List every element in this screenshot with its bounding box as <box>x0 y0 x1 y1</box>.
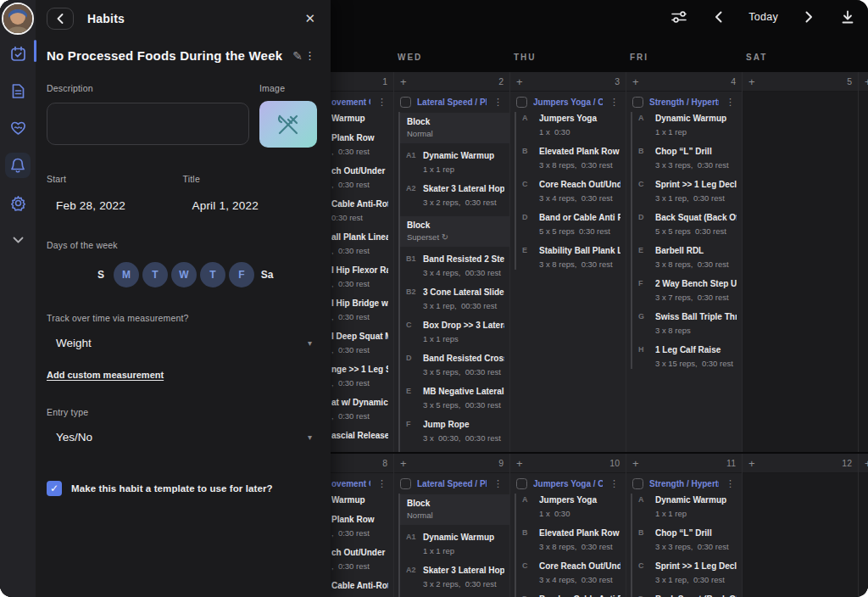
chevron-left-icon[interactable] <box>709 8 726 25</box>
workout-checkbox[interactable] <box>516 478 527 489</box>
workout-title-link[interactable]: ovement Q... <box>331 479 370 488</box>
exercise-row[interactable]: ADynamic Warmup1 x 1 rep <box>632 113 742 137</box>
exercise-row[interactable]: DBand or Cable Anti Rotati...5 x 5 reps … <box>516 212 626 237</box>
exercise-row[interactable]: A1Dynamic Warmup1 x 1 rep <box>400 532 509 556</box>
kebab-menu-icon[interactable]: ⋮ <box>609 97 620 108</box>
edit-pencil-icon[interactable]: ✎ <box>292 49 303 63</box>
start-date-value[interactable]: Feb 28, 2022 <box>47 199 183 212</box>
exercise-row[interactable]: ADynamic Warmup1 x 1 rep <box>632 494 742 519</box>
exercise-row[interactable]: BChop “L” Drill3 x 3 reps, 0:30 rest <box>632 527 742 552</box>
exercise-row[interactable]: EBarbell RDL3 x 8 reps, 0:30 rest <box>632 245 742 270</box>
exercise-row[interactable]: FJump Rope3 x 00:30, 00:30 rest <box>400 419 509 444</box>
add-event-icon[interactable]: + <box>632 76 639 87</box>
exercise-row[interactable]: BChop “L” Drill3 x 3 reps, 0:30 rest <box>632 146 742 170</box>
back-button[interactable] <box>47 8 74 30</box>
download-icon[interactable] <box>839 8 856 25</box>
filter-sliders-icon[interactable] <box>670 8 687 25</box>
add-event-icon[interactable]: + <box>748 458 755 469</box>
kebab-menu-icon[interactable]: ⋮ <box>304 49 315 62</box>
kebab-menu-icon[interactable]: ⋮ <box>492 97 504 108</box>
template-checkbox[interactable]: ✓ <box>47 481 62 496</box>
chevron-down-icon[interactable] <box>5 227 31 253</box>
exercise-letter: B2 <box>406 287 423 311</box>
exercise-row[interactable]: A2Skater 3 Lateral Hops >> ...3 x 2 reps… <box>400 183 509 208</box>
exercise-detail: , 0:30 rest <box>331 410 388 421</box>
add-event-icon[interactable]: + <box>516 76 523 87</box>
exercise-row[interactable]: AJumpers Yoga1 x 0:30 <box>516 113 626 137</box>
exercise-row[interactable]: A2Skater 3 Lateral Hops >> ...3 x 2 reps… <box>400 565 509 589</box>
exercise-letter: A <box>522 113 539 137</box>
workout-checkbox[interactable] <box>400 97 411 108</box>
exercise-row[interactable]: DBack Squat (Back Off Set)5 x 5 reps 0:3… <box>632 212 742 237</box>
exercise-row[interactable]: CCore Reach Out/Under3 x 4 reps, 0:30 re… <box>516 179 626 204</box>
workout-title-link[interactable]: Lateral Speed / Plyo <box>417 98 487 107</box>
workout-title-link[interactable]: Strength / Hypertro... <box>649 479 719 488</box>
workout-checkbox[interactable] <box>516 97 527 108</box>
exercise-row[interactable]: DBack Squat (Back Off Set)5 x 5 reps 0:3… <box>632 594 742 597</box>
day-toggle-t[interactable]: T <box>200 262 225 287</box>
calendar-icon[interactable] <box>5 41 31 66</box>
exercise-row[interactable]: B1Band Resisted 2 Step Late...3 x 4 reps… <box>400 254 509 278</box>
exercise-row[interactable]: EMB Negative Lateral Hop...3 x 5 reps, 0… <box>400 386 509 410</box>
entry-type-select[interactable]: Yes/No ▾ <box>56 431 312 444</box>
workout-title-link[interactable]: Jumpers Yoga / Core <box>533 479 603 488</box>
description-input[interactable] <box>47 103 249 145</box>
add-event-icon[interactable]: + <box>748 76 755 87</box>
calendar-day-cell: +2Lateral Speed / Plyo⋮BlockNormalA1Dyna… <box>393 72 509 452</box>
exercise-row[interactable]: AJumpers Yoga1 x 0:30 <box>516 494 626 519</box>
bell-icon[interactable] <box>5 153 31 178</box>
exercise-row[interactable]: CBox Drop >> 3 Lateral H...1 x 1 reps <box>400 320 509 344</box>
exercise-row[interactable]: F2 Way Bench Step Up3 x 7 reps, 0:30 res… <box>632 278 742 303</box>
exercise-row[interactable]: CCore Reach Out/Under3 x 4 reps, 0:30 re… <box>516 561 626 585</box>
close-icon[interactable]: ✕ <box>301 9 319 28</box>
exercise-row[interactable]: CSprint >> 1 Leg Declarations3 x 1 rep, … <box>632 179 742 204</box>
workout-checkbox[interactable] <box>632 478 643 489</box>
add-event-icon[interactable]: + <box>865 458 868 469</box>
add-event-icon[interactable]: + <box>865 76 868 87</box>
day-toggle-w[interactable]: W <box>171 262 197 287</box>
heart-icon[interactable] <box>5 115 31 141</box>
workout-title-link[interactable]: Jumpers Yoga / Core <box>533 98 603 107</box>
exercise-row[interactable]: DBand or Cable Anti Rotati...5 x 5 reps … <box>516 594 626 597</box>
avatar[interactable] <box>2 3 34 35</box>
exercise-text: Cable Anti-Rotati...0:30 rest <box>331 198 388 223</box>
day-toggle-t[interactable]: T <box>142 262 168 287</box>
kebab-menu-icon[interactable]: ⋮ <box>725 97 736 108</box>
workout-title-link[interactable]: ovement Q... <box>331 98 370 107</box>
chevron-right-icon[interactable] <box>800 8 817 25</box>
measurement-select[interactable]: Weight ▾ <box>56 337 312 349</box>
exercise-row[interactable]: EStability Ball Plank Linear ...3 x 8 re… <box>516 245 626 270</box>
kebab-menu-icon[interactable]: ⋮ <box>376 478 387 489</box>
day-toggle-f[interactable]: F <box>229 262 254 287</box>
habit-image-tile[interactable] <box>259 101 317 148</box>
exercise-row[interactable]: GSwiss Ball Triple Threat3 x 8 reps <box>632 311 742 336</box>
today-button[interactable]: Today <box>748 11 778 23</box>
add-event-icon[interactable]: + <box>516 458 523 469</box>
add-event-icon[interactable]: + <box>632 458 639 469</box>
add-event-icon[interactable]: + <box>400 76 407 87</box>
document-icon[interactable] <box>5 78 31 103</box>
exercise-row[interactable]: BElevated Plank Row3 x 8 reps, 0:30 rest <box>516 146 626 170</box>
exercise-row[interactable]: H1 Leg Calf Raise3 x 15 reps, 0:30 rest <box>632 344 742 369</box>
exercise-row[interactable]: A1Dynamic Warmup1 x 1 rep <box>400 150 509 175</box>
kebab-menu-icon[interactable]: ⋮ <box>492 478 504 489</box>
exercise-row[interactable]: BElevated Plank Row3 x 8 reps, 0:30 rest <box>516 527 626 552</box>
dow-label-fri: FRI <box>630 53 648 62</box>
gear-icon[interactable] <box>5 190 31 215</box>
workout-title-link[interactable]: Strength / Hypertro... <box>649 98 719 107</box>
exercise-row[interactable]: B23 Cone Lateral Slide3 x 1 rep, 00:30 r… <box>400 287 509 311</box>
workout-checkbox[interactable] <box>632 97 643 108</box>
workout-title-link[interactable]: Lateral Speed / Plyo <box>417 479 487 488</box>
workout-checkbox[interactable] <box>400 478 411 489</box>
day-toggle-s[interactable]: S <box>92 269 110 281</box>
day-toggle-m[interactable]: M <box>114 262 139 287</box>
add-event-icon[interactable]: + <box>400 458 407 469</box>
kebab-menu-icon[interactable]: ⋮ <box>376 97 387 108</box>
exercise-row[interactable]: CSprint >> 1 Leg Declarations3 x 1 rep, … <box>632 561 742 585</box>
kebab-menu-icon[interactable]: ⋮ <box>725 478 736 489</box>
day-toggle-sa[interactable]: Sa <box>258 269 276 281</box>
exercise-row[interactable]: DBand Resisted Crossover...3 x 5 reps, 0… <box>400 353 509 377</box>
kebab-menu-icon[interactable]: ⋮ <box>609 478 620 489</box>
add-custom-measurement-link[interactable]: Add custom measurement <box>47 370 164 380</box>
end-date-value[interactable]: April 1, 2022 <box>183 199 320 212</box>
